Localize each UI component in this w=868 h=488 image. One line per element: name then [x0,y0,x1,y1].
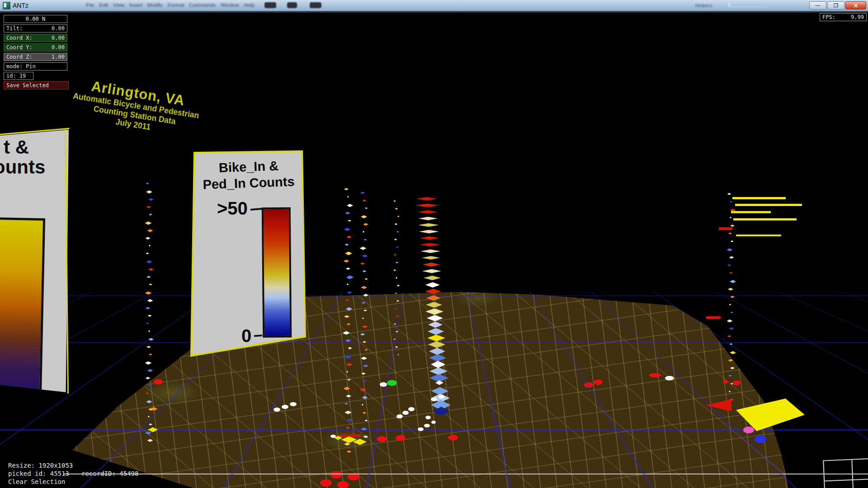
station-dot[interactable] [396,414,403,418]
station-dot[interactable] [387,380,397,386]
pin-sprite[interactable] [347,283,349,285]
station-dot[interactable] [396,435,406,441]
pin-sprite[interactable] [394,254,396,256]
pin-sprite[interactable] [363,270,367,272]
pin-sprite[interactable] [729,328,734,330]
station-dot[interactable] [431,421,436,424]
mode-readout[interactable]: mode: Pin [4,62,67,70]
menu-item-window[interactable]: Window [221,2,239,8]
pin-sprite[interactable] [730,351,736,354]
toolbar-icon[interactable] [264,2,276,8]
pin-sprite[interactable] [423,263,440,267]
pin-sprite[interactable] [730,280,736,283]
menu-item-format[interactable]: Format [168,2,184,8]
pin-sprite[interactable] [396,262,398,263]
pin-sprite[interactable] [347,196,349,198]
station-dot[interactable] [320,479,332,487]
menu-item-view[interactable]: View [113,2,124,8]
pin-sprite[interactable] [360,247,367,250]
station-dot[interactable] [274,408,280,412]
pin-sprite[interactable] [346,276,354,280]
streak-marker[interactable] [731,211,771,213]
station-dot[interactable] [649,373,661,377]
pin-sprite[interactable] [146,183,149,184]
pin-sprite[interactable] [395,208,398,210]
pin-sprite[interactable] [347,204,353,207]
pin-sprite[interactable] [420,249,440,253]
station-dot[interactable] [665,376,674,380]
pin-sprite[interactable] [365,278,368,280]
pin-sprite[interactable] [425,282,440,288]
pin-sprite[interactable] [730,343,733,345]
pin-sprite[interactable] [727,249,733,252]
pin-sprite[interactable] [729,256,734,259]
station-dot[interactable] [330,471,342,479]
pin-sprite[interactable] [147,229,153,232]
pin-sprite[interactable] [727,193,731,195]
menu-item-help[interactable]: Help [244,2,255,8]
station-dot[interactable] [380,382,387,387]
pin-sprite[interactable] [394,239,397,240]
menu-item-commands[interactable]: Commands [189,2,216,8]
pin-sprite[interactable] [361,215,367,218]
pin-sprite[interactable] [393,200,396,202]
pin-sprite[interactable] [344,228,351,231]
pin-sprite[interactable] [363,223,368,226]
pin-sprite[interactable] [727,319,733,323]
pin-sprite[interactable] [363,231,364,233]
station-dot[interactable] [732,380,741,385]
station-dot[interactable] [424,424,430,427]
pin-sprite[interactable] [345,252,352,255]
pin-sprite[interactable] [416,197,437,201]
station-dot[interactable] [431,398,437,401]
pin-sprite[interactable] [146,190,152,193]
minimize-button[interactable]: — [809,1,826,9]
coord-z-readout[interactable]: Coord Z: 1.00 [4,53,67,61]
pin-sprite[interactable] [346,236,352,239]
menu-item-modify[interactable]: Modify [147,2,163,8]
pin-sprite[interactable] [730,296,735,298]
restore-button[interactable]: ❐ [827,1,844,9]
pin-sprite[interactable] [419,230,439,234]
pin-sprite[interactable] [346,267,350,270]
menu-item-insert[interactable]: Insert [129,2,142,8]
helpers-menu[interactable]: Helpers [695,3,712,8]
toolbar-icon[interactable] [287,2,297,8]
pin-sprite[interactable] [418,210,438,214]
station-dot[interactable] [282,405,288,409]
station-dot[interactable] [402,411,409,415]
streak-marker[interactable] [735,204,802,206]
pin-sprite[interactable] [146,237,151,239]
streak-marker[interactable] [732,197,786,199]
streak-marker[interactable] [719,227,732,230]
pin-sprite[interactable] [419,217,438,221]
pin-sprite[interactable] [361,286,367,289]
pin-sprite[interactable] [396,231,399,233]
coord-y-readout[interactable]: Coord Y: 0.00 [4,43,67,52]
pin-sprite[interactable] [149,245,151,247]
pin-sprite[interactable] [146,253,149,254]
pin-sprite[interactable] [362,254,368,258]
pin-sprite[interactable] [344,259,349,263]
pin-sprite[interactable] [393,269,396,271]
pin-sprite[interactable] [396,246,399,248]
station-dot[interactable] [448,435,458,441]
pin-sprite[interactable] [422,256,440,260]
station-dot[interactable] [425,416,431,419]
pin-sprite[interactable] [728,233,732,235]
station-dot[interactable] [377,436,387,442]
pin-sprite[interactable] [146,206,151,208]
pin-sprite[interactable] [397,216,400,217]
pin-sprite[interactable] [149,214,152,216]
pin-sprite[interactable] [345,212,350,215]
pin-sprite[interactable] [730,217,731,219]
pin-sprite[interactable] [365,207,368,209]
pin-sprite[interactable] [363,239,367,240]
pin-sprite[interactable] [149,284,152,286]
menu-item-edit[interactable]: Edit [99,2,108,8]
clear-selection-button[interactable]: Clear Selection [8,478,65,485]
pin-sprite[interactable] [730,225,735,227]
pin-sprite[interactable] [397,285,400,286]
pin-sprite[interactable] [148,198,154,201]
station-dot[interactable] [755,436,766,443]
